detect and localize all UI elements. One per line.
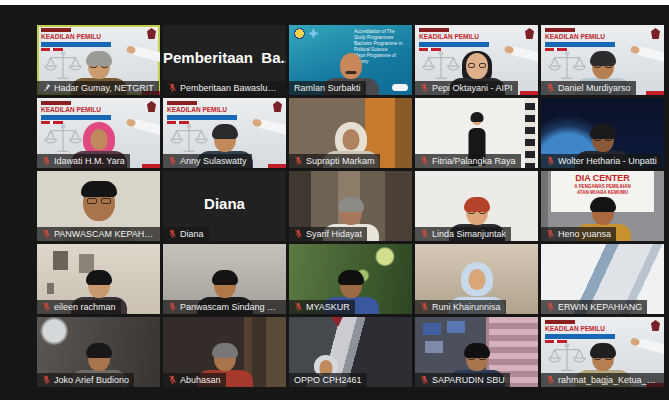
aipi-logo-icon [147,101,156,112]
participant-tile-hadar-gumay[interactable]: KEADILAN PEMILU Hadar Gumay, NETGRIT [37,25,160,95]
participant-name: Linda Simanjuntak [432,229,506,239]
participant-name-label: OPPO CPH2461 [289,373,367,387]
participant-tile-runi-khairunnisa[interactable]: Runi Khairunnisa [415,244,538,314]
participant-name: rahmat_bagja_Ketua_Baw... [558,375,659,385]
participant-name: Abuhasan [180,375,221,385]
keadilan-banner: KEADILAN PEMILU [419,28,489,51]
mic-muted-icon [168,156,177,165]
participant-tile-pemberitaan-bawaslu[interactable]: Pemberitaan Ba... Pemberitaan Bawaslu_Na… [163,25,286,95]
pointing-arm-graphic [131,119,160,136]
participant-name-label: rahmat_bagja_Ketua_Baw... [541,373,664,387]
university-logo-icon [308,28,319,39]
participant-tile-pepi-oktayani[interactable]: KEADILAN PEMILU Pepi Oktayani - AIPI [415,25,538,95]
keadilan-banner: KEADILAN PEMILU [41,28,111,51]
participant-tile-ramlan-surbakti[interactable]: Accreditation of The Study Programmes Ba… [289,25,412,95]
participant-name: Pemberitaan Bawaslu_Nap [180,83,281,93]
mic-muted-icon [420,83,429,92]
participant-tile-abuhasan[interactable]: Abuhasan [163,317,286,387]
aipi-logo-icon [651,28,660,39]
mic-muted-icon [546,83,555,92]
participant-name: Anny Sulaswatty [180,156,247,166]
keadilan-banner: KEADILAN PEMILU [41,101,111,124]
participant-tile-daniel-murdiyarso[interactable]: KEADILAN PEMILU Daniel Murdiyarso [541,25,664,95]
mic-muted-icon [546,229,555,238]
pin-icon [42,83,51,92]
participant-name-label: PANWASCAM KEPAHIANG [37,227,160,241]
participant-name-label: eileen rachman [37,300,121,314]
participant-name-label: Anny Sulaswatty [163,154,252,168]
participant-name: Runi Khairunnisa [432,302,501,312]
participant-name-label: Panwascam Sindang Belit... [163,300,286,314]
pointing-arm-graphic [131,46,160,63]
mic-muted-icon [420,302,429,311]
participant-tile-saparudin-sbu[interactable]: SAPARUDIN SBU [415,317,538,387]
pointing-arm-graphic [635,46,664,63]
participant-tile-heno-yuansa[interactable]: DIA CENTER A PENGAWAS PEMILIHAN ATAN MUA… [541,171,664,241]
participant-tile-joko-arief-budiono[interactable]: Joko Arief Budiono [37,317,160,387]
participant-name-label: Daniel Murdiyarso [541,81,636,95]
gallery-grid: KEADILAN PEMILU Hadar Gumay, NETGRIT Pem… [37,25,664,387]
participant-tile-myaskur[interactable]: MYASKUR [289,244,412,314]
participant-tile-idawati-yara[interactable]: KEADILAN PEMILU Idawati H.M. Yara [37,98,160,168]
mic-muted-icon [294,156,303,165]
participant-name-label: Abuhasan [163,373,226,387]
mic-muted-icon [42,375,51,384]
pointing-arm-graphic [635,338,664,355]
participant-tile-eileen-rachman[interactable]: eileen rachman [37,244,160,314]
participant-name-label: SAPARUDIN SBU [415,373,510,387]
participant-name-label: Syarif Hidayat [289,227,367,241]
participant-name: SAPARUDIN SBU [432,375,505,385]
participant-tile-wolter-hetharia[interactable]: Wolter Hetharia - Unpatti [541,98,664,168]
banner-footer-strip [268,164,286,168]
participant-name-label: Suprapti Markam [289,154,380,168]
participant-tile-fitria-palangka-raya[interactable]: Fitria/Palangka Raya [415,98,538,168]
media-center-title: DIA CENTER [551,174,654,183]
participant-name-label: Diana [163,227,209,241]
aipi-logo-icon [525,28,534,39]
mic-muted-icon [168,302,177,311]
aipi-logo-icon [147,28,156,39]
participant-tile-syarif-hidayat[interactable]: Syarif Hidayat [289,171,412,241]
mic-muted-icon [42,229,51,238]
mic-muted-icon [294,302,303,311]
participant-name-label: Pemberitaan Bawaslu_Nap [163,81,286,95]
participant-name: ERWIN KEPAHIANG [558,302,642,312]
window-top-strip [0,0,669,5]
banner-footer-strip [646,91,664,95]
participant-tile-erwin-kepahiang[interactable]: ERWIN KEPAHIANG [541,244,664,314]
participant-name: Fitria/Palangka Raya [432,156,516,166]
participant-name-label: Fitria/Palangka Raya [415,154,521,168]
participant-tile-anny-sulaswatty[interactable]: KEADILAN PEMILU Anny Sulaswatty [163,98,286,168]
mic-muted-icon [420,156,429,165]
mic-muted-icon [546,375,555,384]
participant-tile-rahmat-bagja[interactable]: KEADILAN PEMILU rahmat_bagja_Ketua_Baw..… [541,317,664,387]
keadilan-banner: KEADILAN PEMILU [545,320,615,343]
mic-muted-icon [42,156,51,165]
participant-name-label: Ramlan Surbakti [289,81,366,95]
participant-tile-panwascam-kepahiang[interactable]: PANWASCAM KEPAHIANG [37,171,160,241]
accreditation-logo-icon [294,28,305,39]
pointing-arm-graphic [257,119,286,136]
participant-name: Syarif Hidayat [306,229,362,239]
mic-muted-icon [168,229,177,238]
participant-tile-suprapti-markam[interactable]: Suprapti Markam [289,98,412,168]
media-center-subtitle: A PENGAWAS PEMILIHAN [551,185,654,190]
wall-frames-graphic [53,251,68,270]
mic-muted-icon [42,302,51,311]
participant-name: Diana [180,229,204,239]
banner-footer-strip [520,91,538,95]
participant-tile-oppo-cph2461[interactable]: OPPO CPH2461 [289,317,412,387]
participant-name: eileen rachman [54,302,116,312]
participant-tile-panwascam-sindang[interactable]: Panwascam Sindang Belit... [163,244,286,314]
banner-footer-strip [142,164,160,168]
aipi-logo-icon [273,101,282,112]
aipi-logo-icon [651,320,660,331]
participant-tile-linda-simanjuntak[interactable]: Linda Simanjuntak [415,171,538,241]
participant-name: PANWASCAM KEPAHIANG [54,229,155,239]
participant-name-label: Joko Arief Budiono [37,373,134,387]
participant-name: Suprapti Markam [306,156,375,166]
participant-tile-diana[interactable]: Diana Diana [163,171,286,241]
keadilan-banner: KEADILAN PEMILU [167,101,237,124]
participant-name: OPPO CPH2461 [294,375,362,385]
mic-muted-icon [420,229,429,238]
